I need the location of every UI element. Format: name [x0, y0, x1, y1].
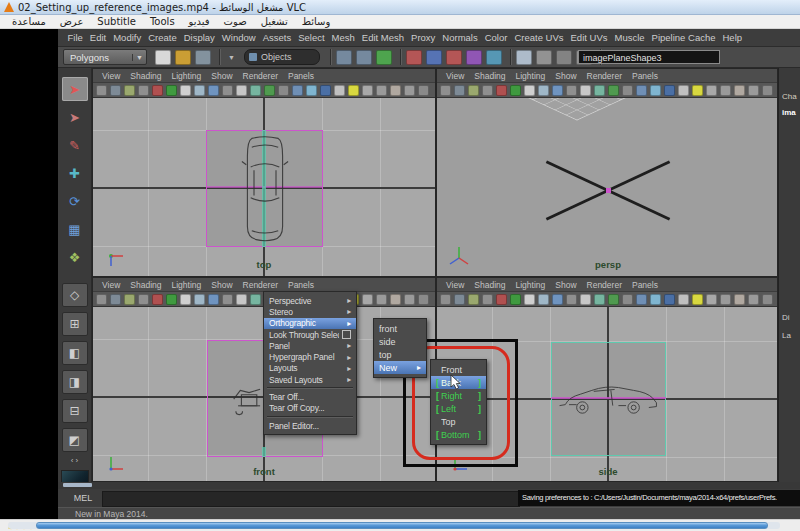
toolbar-icon[interactable] [418, 294, 429, 305]
toolbar-icon[interactable] [678, 294, 689, 305]
toolbar-icon[interactable] [538, 85, 549, 96]
toolbar-icon[interactable] [454, 85, 465, 96]
mel-toggle-button[interactable]: MEL [66, 493, 100, 503]
viewport-menu-item[interactable]: Renderer [238, 280, 283, 290]
toolbar-icon[interactable] [348, 85, 359, 96]
scale-tool[interactable]: ▦ [62, 217, 88, 241]
toolbar-icon[interactable] [175, 50, 191, 65]
toolbar-icon[interactable] [664, 85, 675, 96]
viewport-top-canvas[interactable]: top [93, 98, 435, 276]
toolbar-icon[interactable] [636, 294, 647, 305]
toolbar-icon[interactable] [320, 85, 331, 96]
selection-mode-dropdown[interactable]: Objects [244, 49, 320, 65]
toolbar-icon[interactable] [466, 50, 482, 65]
toolbar-icon[interactable] [622, 85, 633, 96]
channel-box-menu-fragment[interactable]: Cha [782, 92, 797, 101]
toolbar-icon[interactable] [496, 85, 507, 96]
maya-menu-item[interactable]: Create [145, 32, 181, 43]
display-panel-fragment[interactable]: Di [782, 313, 790, 322]
toolbar-icon[interactable] [166, 85, 177, 96]
toolbar-icon[interactable] [468, 85, 479, 96]
toolbar-icon[interactable] [110, 294, 121, 305]
toolbar-icon[interactable] [110, 85, 121, 96]
toolbar-icon[interactable] [720, 294, 731, 305]
maya-menu-item[interactable]: Pipeline Cache [648, 32, 719, 43]
hypershade-persp-layout[interactable]: ◩ [62, 428, 88, 452]
select-tool[interactable]: ➤ [62, 77, 88, 101]
new-submenu-item[interactable]: Top [431, 415, 486, 428]
orthographic-submenu-item[interactable]: front [374, 322, 426, 335]
toolbar-icon[interactable] [390, 85, 401, 96]
checkbox[interactable] [342, 330, 351, 339]
toolbar-icon[interactable] [706, 294, 717, 305]
persp-outliner-layout[interactable]: ◧ [62, 341, 88, 365]
toolbar-icon[interactable] [486, 50, 502, 65]
toolbar-icon[interactable] [208, 85, 219, 96]
toolbar-icon[interactable] [762, 85, 773, 96]
toolbar-icon[interactable] [524, 85, 535, 96]
viewport-menu-item[interactable]: Show [206, 71, 237, 81]
toolbar-icon[interactable] [264, 85, 275, 96]
toolbar-icon[interactable] [538, 294, 549, 305]
viewport-menu-item[interactable]: View [441, 71, 469, 81]
viewport-persp[interactable]: ViewShadingLightingShowRendererPanels pe… [436, 68, 778, 277]
viewport-menu-item[interactable]: Shading [125, 280, 166, 290]
toolbar-icon[interactable] [236, 85, 247, 96]
move-tool[interactable]: ✚ [62, 161, 88, 185]
toolbar-icon[interactable] [566, 85, 577, 96]
viewport-menu-item[interactable]: Renderer [582, 71, 627, 81]
toolbar-icon[interactable] [180, 85, 191, 96]
toolbar-icon[interactable] [594, 294, 605, 305]
viewport-menu-item[interactable]: Lighting [510, 71, 550, 81]
toolbar-icon[interactable] [650, 294, 661, 305]
viewport-menu-item[interactable]: Lighting [166, 71, 206, 81]
viewport-top[interactable]: ViewShadingLightingShowRendererPanels [92, 68, 436, 277]
toolbar-icon[interactable] [362, 85, 373, 96]
viewport-menu-item[interactable]: View [97, 280, 125, 290]
range-slider-handle[interactable] [63, 483, 92, 487]
toolbar-icon[interactable] [180, 294, 191, 305]
viewport-menu-item[interactable]: Show [550, 71, 581, 81]
toolbar-icon[interactable] [362, 294, 373, 305]
viewport-menu-item[interactable]: Lighting [166, 280, 206, 290]
new-submenu-item[interactable]: Bottom [431, 428, 486, 441]
toolbar-icon[interactable] [622, 294, 633, 305]
toolbar-icon[interactable] [194, 85, 205, 96]
viewport-menu-item[interactable]: View [97, 71, 125, 81]
panels-menu-item[interactable]: Orthographic▸ [264, 318, 356, 329]
two-pane-stacked-layout[interactable]: ⊟ [62, 399, 88, 423]
maya-menu-item[interactable]: File [64, 32, 86, 43]
toolbar-icon[interactable] [762, 294, 773, 305]
vlc-menu-item[interactable]: عرض [53, 15, 91, 28]
maya-menu-item[interactable]: Proxy [408, 32, 439, 43]
toolbar-icon[interactable] [236, 294, 247, 305]
vlc-menu-item[interactable]: مساعدة [5, 15, 53, 28]
maya-menu-item[interactable]: Muscle [611, 32, 648, 43]
toolbar-icon[interactable] [552, 294, 563, 305]
mel-command-input[interactable] [102, 491, 520, 507]
toolbar-icon[interactable] [720, 85, 731, 96]
toolbar-icon[interactable] [194, 294, 205, 305]
toolbar-icon[interactable] [608, 294, 619, 305]
toolbar-icon[interactable] [356, 50, 372, 65]
viewport-menu-item[interactable]: Shading [125, 71, 166, 81]
toolbar-icon[interactable] [138, 85, 149, 96]
rotate-tool[interactable]: ⟳ [62, 189, 88, 213]
maya-menu-item[interactable]: Window [218, 32, 259, 43]
toolbar-icon[interactable] [278, 85, 289, 96]
toolbar-icon[interactable] [124, 85, 135, 96]
panels-menu-item[interactable]: Panel▸ [264, 340, 356, 351]
toolbar-icon[interactable] [222, 294, 233, 305]
toolbar-icon[interactable] [376, 294, 387, 305]
layout-prev-next-buttons[interactable]: ‹ › [63, 457, 87, 465]
seek-bar[interactable] [8, 522, 780, 529]
toolbar-icon[interactable] [692, 85, 703, 96]
viewport-menu-item[interactable]: View [441, 280, 469, 290]
paint-select-tool[interactable]: ✎ [62, 133, 88, 157]
maya-menu-item[interactable]: Display [180, 32, 218, 43]
toolbar-icon[interactable] [566, 294, 577, 305]
viewport-menu-item[interactable]: Panels [627, 280, 663, 290]
viewport-menu-item[interactable]: Shading [469, 280, 510, 290]
toolbar-icon[interactable] [678, 85, 689, 96]
vlc-menu-item[interactable]: Tools [143, 15, 182, 28]
